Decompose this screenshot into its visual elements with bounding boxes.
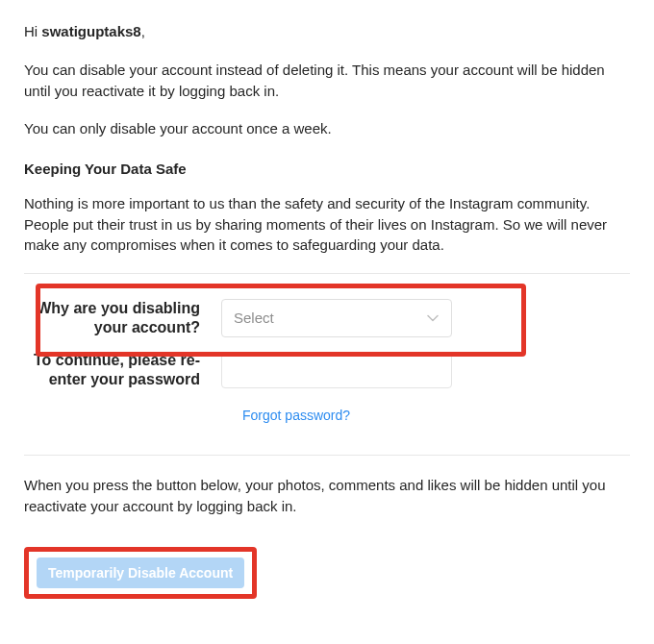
greeting-username: swatiguptaks8 (41, 23, 140, 39)
reason-label: Why are you disabling your account? (24, 299, 221, 337)
data-safe-body: Nothing is more important to us than the… (24, 193, 630, 256)
disable-form-area: Why are you disabling your account? Sele… (24, 274, 630, 437)
password-label: To continue, please re-enter your passwo… (24, 351, 221, 389)
data-safe-title: Keeping Your Data Safe (24, 159, 630, 180)
temporarily-disable-button[interactable]: Temporarily Disable Account (37, 557, 244, 588)
greeting-suffix: , (141, 23, 145, 39)
chevron-down-icon (426, 311, 440, 325)
intro-paragraph-2: You can only disable your account once a… (24, 118, 630, 139)
intro-paragraph-1: You can disable your account instead of … (24, 60, 630, 102)
reason-select-placeholder: Select (234, 308, 274, 329)
password-input[interactable] (221, 352, 452, 388)
divider-bottom (24, 455, 630, 456)
greeting-line: Hi swatiguptaks8, (24, 21, 630, 42)
reason-row: Why are you disabling your account? Sele… (24, 291, 630, 337)
reason-select[interactable]: Select (221, 299, 452, 337)
password-row: To continue, please re-enter your passwo… (24, 351, 630, 389)
confirm-text: When you press the button below, your ph… (24, 475, 630, 517)
highlight-disable-button-box: Temporarily Disable Account (24, 547, 257, 599)
greeting-prefix: Hi (24, 23, 41, 39)
forgot-password-link[interactable]: Forgot password? (242, 408, 350, 423)
